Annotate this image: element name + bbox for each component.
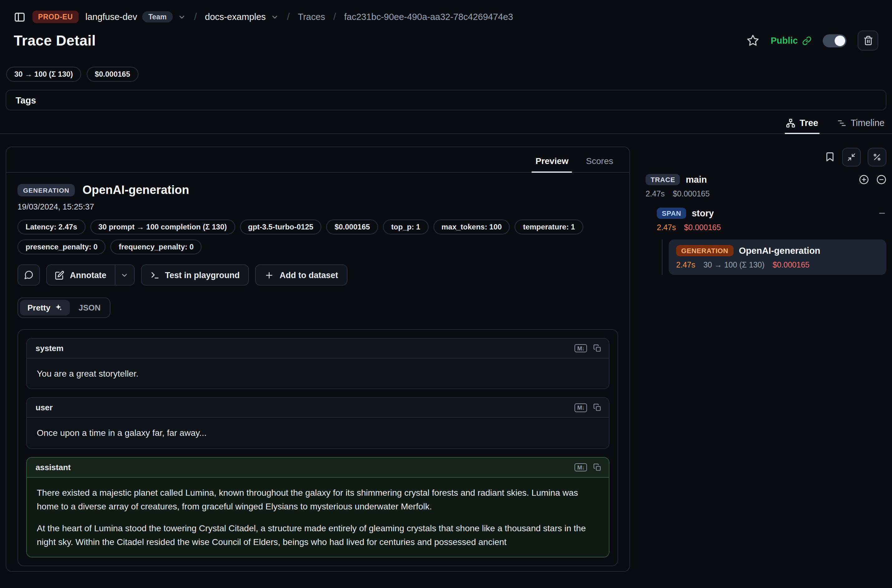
bookmark-star-button[interactable] [747,34,760,47]
breadcrumb-traces-link[interactable]: Traces [298,12,325,22]
annotate-dropdown-button[interactable] [115,265,134,285]
trace-tree-panel: TRACE main [646,147,886,572]
terminal-icon [150,270,159,280]
copy-button[interactable] [593,463,601,471]
public-link[interactable]: Public [771,36,811,45]
tab-tree[interactable]: Tree [785,118,820,134]
message-paragraph: Once upon a time in a galaxy far, far aw… [37,426,599,440]
message-content: You are a great storyteller. [27,358,609,389]
breadcrumb-trace-id: fac231bc-90ee-490a-aa32-78c4269474e3 [344,12,513,22]
observation-tabs: Preview Scores [6,147,629,173]
sidebar-toggle-button[interactable] [14,11,26,23]
message-header: assistant M↓ [27,458,609,478]
public-label: Public [771,36,798,45]
edit-icon [55,270,64,280]
breadcrumb-separator: / [194,11,197,22]
annotate-label: Annotate [70,270,107,280]
tree-node-generation-selected[interactable]: GENERATION OpenAI-generation 2.47s 30 → … [669,240,886,275]
copy-icon [593,463,601,471]
tree-node-trace[interactable]: TRACE main [646,174,886,185]
observation-actions: Annotate Test in playgroun [18,264,618,286]
latency-badge: Latency: 2.47s [18,219,85,234]
observation-card: Preview Scores GENERATION OpenAI-generat… [6,147,630,572]
trace-latency: 2.47s [646,189,665,198]
breadcrumb-project[interactable]: docs-examples [205,12,279,22]
format-json-button[interactable]: JSON [71,300,108,315]
message-tools: M↓ [575,344,601,352]
message-assistant: assistant M↓ There ex [26,457,610,558]
message-paragraph: At the heart of Lumina stood the towerin… [37,521,599,549]
minus-icon [878,209,886,218]
metrics-toggle-button[interactable] [868,147,886,166]
timeline-icon [837,118,846,128]
tab-timeline[interactable]: Timeline [836,118,886,134]
tree-node-label: GENERATION OpenAI-generation [676,245,879,256]
view-tabs: Tree Timeline [0,110,892,134]
top-p-badge: top_p: 1 [383,219,428,234]
annotate-button[interactable]: Annotate [47,265,114,285]
title-actions: Public [747,30,878,51]
tab-timeline-label: Timeline [850,118,884,128]
trace-tree: TRACE main [646,174,886,275]
markdown-toggle-icon[interactable]: M↓ [575,463,587,471]
org-type-badge: Team [142,11,173,22]
tree-node-label: TRACE main [646,174,707,185]
copy-button[interactable] [593,344,601,352]
percent-icon [872,153,881,161]
markdown-toggle-icon[interactable]: M↓ [575,344,587,352]
temperature-badge: temperature: 1 [515,219,583,234]
title-row: Trace Detail Public [0,25,892,51]
minus-circle-icon [876,175,886,184]
trace-summary-badges: 30 → 100 (Σ 130) $0.000165 [0,51,892,82]
chevron-down-icon[interactable] [271,13,279,21]
generation-tokens: 30 → 100 (Σ 130) [703,261,764,269]
sparkles-icon [54,304,62,312]
span-children: GENERATION OpenAI-generation 2.47s 30 → … [662,240,886,275]
breadcrumb: PROD-EU langfuse-dev Team / docs-example… [0,0,892,25]
playground-label: Test in playground [165,270,240,280]
breadcrumb-org[interactable]: langfuse-dev Team [86,11,186,22]
collapse-all-nodes-button[interactable] [876,175,886,184]
message-role: user [36,403,53,412]
generation-metrics: 2.47s 30 → 100 (Σ 130) $0.000165 [676,261,879,269]
tab-scores[interactable]: Scores [578,150,621,172]
comment-button[interactable] [18,264,40,286]
chevron-down-icon [120,271,129,279]
tab-preview[interactable]: Preview [528,150,576,172]
max-tokens-badge: max_tokens: 100 [433,219,510,234]
message-role: assistant [36,463,71,472]
token-usage-badge: 30 prompt → 100 completion (Σ 130) [90,219,235,234]
panel-left-icon [14,11,26,23]
token-usage-badge: 30 → 100 (Σ 130) [6,67,81,82]
chevron-down-icon[interactable] [178,13,186,21]
frequency-penalty-badge: frequency_penalty: 0 [111,240,202,254]
tree-node-span[interactable]: SPAN story [657,208,886,219]
collapse-all-button[interactable] [842,147,861,166]
org-name: langfuse-dev [86,12,137,22]
format-pretty-button[interactable]: Pretty [20,300,70,315]
collapse-node-button[interactable] [878,209,886,218]
generation-badge: GENERATION [676,245,733,256]
delete-trace-button[interactable] [858,30,878,51]
message-content: There existed a majestic planet called L… [27,478,609,557]
plus-circle-icon [859,175,869,184]
trash-icon [863,36,873,45]
message-role: system [36,344,64,353]
generation-cost: $0.000165 [773,261,809,269]
tree-icon [786,118,795,128]
tree-toolbar [646,147,886,167]
bookmark-icon [824,152,835,162]
presence-penalty-badge: presence_penalty: 0 [18,240,106,254]
tree-node-controls [859,175,886,184]
add-to-dataset-button[interactable]: Add to dataset [255,264,348,286]
tags-label: Tags [16,95,36,105]
bookmark-button[interactable] [824,152,835,162]
markdown-toggle-icon[interactable]: M↓ [575,404,587,412]
generation-name: OpenAI-generation [739,246,820,256]
copy-button[interactable] [593,404,601,412]
tags-box[interactable]: Tags [6,90,886,110]
test-in-playground-button[interactable]: Test in playground [141,264,249,286]
expand-all-button[interactable] [859,175,869,184]
public-toggle[interactable] [823,34,847,47]
observation-metadata-badges: Latency: 2.47s 30 prompt → 100 completio… [18,219,618,254]
